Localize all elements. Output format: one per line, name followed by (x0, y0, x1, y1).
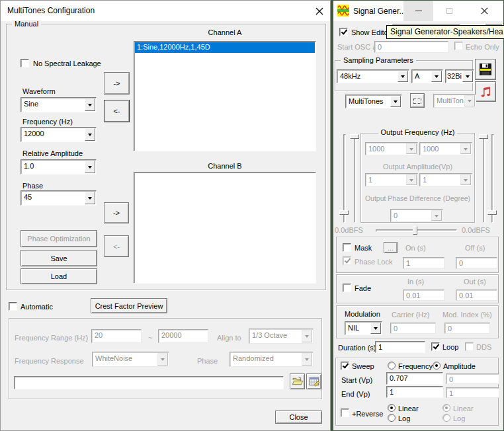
frequency-combobox[interactable]: 12000 (21, 127, 97, 142)
waveform-b-combobox[interactable]: MultiTones (433, 94, 476, 108)
minimize-button[interactable] (403, 1, 433, 21)
bit-depth-combobox[interactable]: 32Bit (445, 69, 474, 83)
start-osc-field[interactable]: 0 (374, 41, 448, 53)
chevron-down-icon[interactable] (370, 323, 381, 334)
sweep-checkbox[interactable] (341, 362, 349, 370)
level-b-slider-thumb[interactable] (487, 210, 497, 215)
show-editor-checkbox[interactable] (339, 28, 348, 36)
frequency-range-from-field[interactable]: 20 (91, 329, 142, 343)
channel-b-list[interactable] (134, 172, 316, 284)
close-dialog-button[interactable]: Close (275, 411, 322, 424)
chevron-down-icon[interactable] (390, 96, 401, 107)
level-a-slider-track[interactable] (343, 134, 346, 223)
sampling-channel-combobox[interactable]: A (411, 69, 443, 83)
level-a-slider-thumb[interactable] (339, 210, 349, 215)
chevron-down-icon[interactable] (157, 353, 168, 366)
sweep-frequency-radio[interactable] (388, 362, 396, 370)
mask-off-field[interactable]: 0 (456, 257, 497, 269)
chevron-down-icon[interactable] (85, 161, 95, 173)
output-amplitude-b-combobox[interactable]: 1 (419, 173, 472, 186)
fade-checkbox[interactable] (343, 284, 351, 292)
mod-index-field[interactable]: 0 (444, 323, 490, 334)
chevron-down-icon[interactable] (398, 71, 408, 82)
chevron-down-icon[interactable] (460, 175, 471, 185)
auto-phase-combobox[interactable]: Randomized (230, 352, 314, 367)
output-phase-combobox[interactable]: 0 (390, 209, 443, 222)
chevron-down-icon[interactable] (406, 143, 417, 154)
frequency-range-to-field[interactable]: 20000 (158, 329, 208, 343)
chevron-down-icon[interactable] (462, 71, 473, 82)
browse-file-button[interactable] (290, 373, 305, 389)
balance-b-slider-thumb[interactable] (479, 134, 488, 139)
chevron-down-icon[interactable] (460, 143, 471, 154)
waveform-combobox[interactable]: Sine (21, 97, 97, 112)
add-to-channel-b-button[interactable]: -> (104, 202, 129, 223)
play-signal-button[interactable] (475, 81, 496, 102)
balance-slider-thumb[interactable] (413, 226, 417, 235)
waveform-more-button[interactable] (410, 93, 425, 108)
phase-combobox[interactable]: 45 (21, 190, 97, 206)
balance-a-slider-thumb[interactable] (350, 134, 359, 139)
chevron-down-icon[interactable] (431, 210, 442, 221)
right-close-button[interactable] (465, 1, 503, 21)
save-signal-button[interactable] (475, 59, 496, 80)
phase-optimization-button[interactable]: Phase Optimization (21, 230, 97, 247)
remove-from-channel-a-button[interactable]: <- (104, 100, 130, 122)
sweep-amplitude-radio[interactable] (433, 362, 441, 370)
file-path-field[interactable] (14, 376, 284, 389)
save-button[interactable]: Save (21, 250, 97, 266)
modulation-type-combobox[interactable]: NIL (345, 321, 382, 335)
balance-a-slider-track[interactable] (354, 134, 357, 223)
echo-only-checkbox[interactable] (454, 42, 463, 50)
chevron-down-icon[interactable] (302, 353, 312, 366)
carrier-field[interactable]: 0 (390, 323, 436, 334)
duration-field[interactable]: 1 (375, 341, 425, 353)
automatic-checkbox[interactable] (9, 302, 17, 311)
waveform-a-combobox[interactable]: MultiTones (345, 95, 402, 108)
loop-checkbox[interactable] (431, 342, 440, 351)
sweep-end-b-field[interactable]: 1 (446, 387, 499, 398)
linear-a-radio[interactable] (388, 404, 396, 412)
chevron-down-icon[interactable] (406, 175, 417, 185)
mask-checkbox[interactable] (343, 243, 351, 252)
chevron-down-icon[interactable] (302, 330, 312, 342)
add-to-channel-a-button[interactable]: -> (104, 72, 130, 95)
reverse-checkbox[interactable] (341, 409, 349, 417)
level-b-slider-track[interactable] (491, 134, 494, 223)
log-a-radio[interactable] (388, 414, 396, 422)
mask-on-field[interactable]: 1 (403, 257, 444, 269)
dds-checkbox[interactable] (465, 342, 474, 351)
load-button[interactable]: Load (21, 268, 97, 284)
chevron-down-icon[interactable] (464, 95, 475, 106)
fade-out-field[interactable]: 0.01 (456, 290, 497, 301)
sweep-end-a-field[interactable]: 1 (386, 386, 443, 398)
output-frequency-b-combobox[interactable]: 1000 (419, 142, 472, 155)
mask-more-button[interactable]: ... (384, 242, 398, 253)
chevron-down-icon[interactable] (85, 128, 95, 141)
crest-factor-preview-button[interactable]: Crest Factor Preview (91, 298, 167, 313)
channel-a-item-selected[interactable]: 1:Sine,12000Hz,1,45D (135, 42, 315, 53)
output-frequency-a-combobox[interactable]: 1000 (365, 142, 418, 155)
sampling-rate-combobox[interactable]: 48kHz (337, 69, 409, 83)
fade-in-field[interactable]: 0.01 (403, 290, 444, 301)
balance-b-slider-track[interactable] (483, 134, 485, 223)
maximize-button[interactable] (433, 1, 465, 21)
chevron-down-icon[interactable] (85, 192, 95, 204)
remove-from-channel-b-button[interactable]: <- (104, 235, 129, 257)
edit-table-button[interactable] (306, 373, 321, 389)
channel-a-list[interactable]: 1:Sine,12000Hz,1,45D (134, 41, 316, 151)
no-spectral-leakage-checkbox[interactable] (21, 59, 29, 67)
mask-off-label: Off (s) (465, 244, 485, 253)
relative-amplitude-combobox[interactable]: 1.0 (21, 159, 97, 175)
phase-lock-checkbox[interactable] (343, 256, 351, 265)
chevron-down-icon[interactable] (85, 98, 95, 111)
output-amplitude-a-combobox[interactable]: 1 (365, 173, 418, 186)
sweep-start-a-field[interactable]: 0.707 (386, 372, 443, 385)
align-to-combobox[interactable]: 1/3 Octave (249, 329, 314, 344)
log-b-radio[interactable] (442, 414, 450, 422)
left-close-button[interactable] (309, 1, 330, 21)
sweep-start-b-field[interactable]: 0 (446, 373, 499, 384)
frequency-response-combobox[interactable]: WhiteNoise (92, 352, 169, 367)
linear-b-radio[interactable] (442, 404, 450, 412)
chevron-down-icon[interactable] (431, 71, 442, 82)
